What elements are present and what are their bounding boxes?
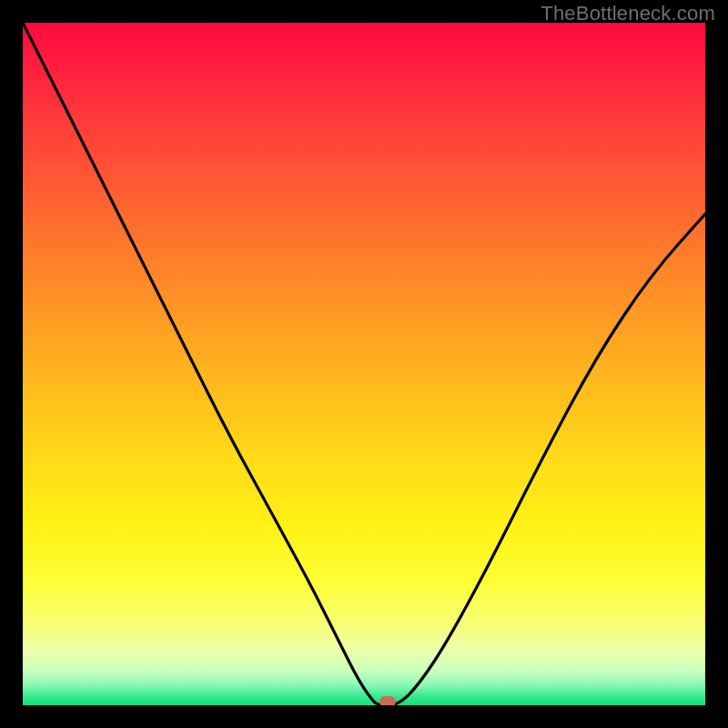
watermark-text: TheBottleneck.com [541, 2, 715, 25]
optimal-point-marker [379, 696, 396, 705]
curve-path [23, 23, 705, 705]
plot-area [23, 23, 705, 705]
bottleneck-curve [23, 23, 705, 705]
chart-frame: TheBottleneck.com [0, 0, 728, 728]
